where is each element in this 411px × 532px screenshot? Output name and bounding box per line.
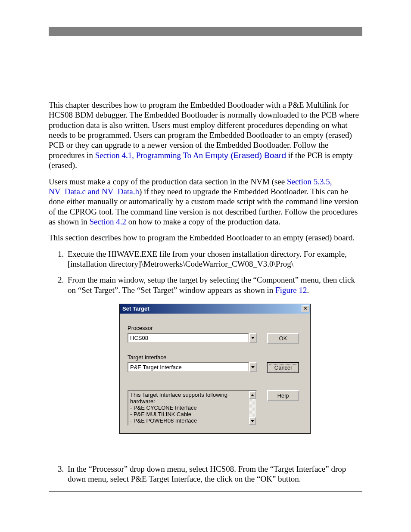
text: In the “Processor” drop down menu, selec… [68,464,346,483]
link-section-4-1[interactable]: Section 4.1, Programming To An [95,151,205,160]
info-line: - P&E class I to class VII target hardwa… [130,424,247,426]
scroll-track[interactable] [249,399,256,417]
scroll-up-button[interactable] [249,391,256,399]
hardware-info-box: This Target Interface supports following… [128,390,257,426]
link-empty-erased-board[interactable]: Empty (Erased) Board [205,151,286,160]
section-intro: This section describes how to program th… [49,233,362,243]
step-1: Execute the HIWAVE.EXE file from your ch… [66,249,362,269]
link-section-4-2[interactable]: Section 4.2 [89,217,126,226]
info-line: - P&E POWER08 Interface [130,418,247,424]
step-3: In the “Processor” drop down menu, selec… [66,464,362,484]
target-interface-label: Target Interface [128,354,302,361]
chevron-down-icon [251,420,254,422]
processor-input[interactable] [128,333,249,343]
footer-rule [49,491,362,492]
help-button[interactable]: Help [267,390,299,401]
link-figure-12[interactable]: Figure 12 [275,286,307,295]
text: . [307,286,309,295]
info-line: - P&E CYCLONE Interface [130,405,247,411]
steps-list: Execute the HIWAVE.EXE file from your ch… [49,249,362,484]
cancel-button[interactable]: Cancel [267,362,299,373]
text: From the main window, setup the target b… [68,275,355,294]
text: Users must make a copy of the production… [49,177,287,186]
text: [installation directory]\Metrowerks\Code… [68,259,293,268]
info-line: This Target Interface supports following… [130,392,247,405]
chevron-up-icon [251,394,254,396]
info-scrollbar[interactable] [249,390,257,426]
dialog-title: Set Target [122,305,149,312]
header-bar [49,27,362,36]
page-content: This chapter describes how to program th… [49,100,362,490]
info-line: - P&E MULTILINK Cable [130,411,247,418]
target-interface-dropdown-button[interactable] [249,362,257,372]
target-interface-combobox[interactable] [128,362,257,372]
intro-paragraph-2: Users must make a copy of the production… [49,177,362,227]
scroll-down-button[interactable] [249,417,256,425]
chevron-down-icon [251,337,255,339]
close-button[interactable]: × [302,305,309,312]
ok-button[interactable]: OK [267,333,299,344]
intro-paragraph-1: This chapter describes how to program th… [49,100,362,171]
step-2: From the main window, setup the target b… [66,275,362,434]
processor-combobox[interactable] [128,333,257,343]
set-target-dialog: Set Target × Processor [119,304,311,434]
text: Execute the HIWAVE.EXE file from your ch… [68,249,347,258]
dialog-titlebar: Set Target × [120,304,310,314]
target-interface-input[interactable] [128,362,249,372]
hardware-info-text: This Target Interface supports following… [128,390,249,426]
close-icon: × [304,305,307,311]
processor-label: Processor [128,325,302,332]
chevron-down-icon [251,366,255,368]
processor-dropdown-button[interactable] [249,333,257,343]
text: on how to make a copy of the production … [126,217,280,226]
